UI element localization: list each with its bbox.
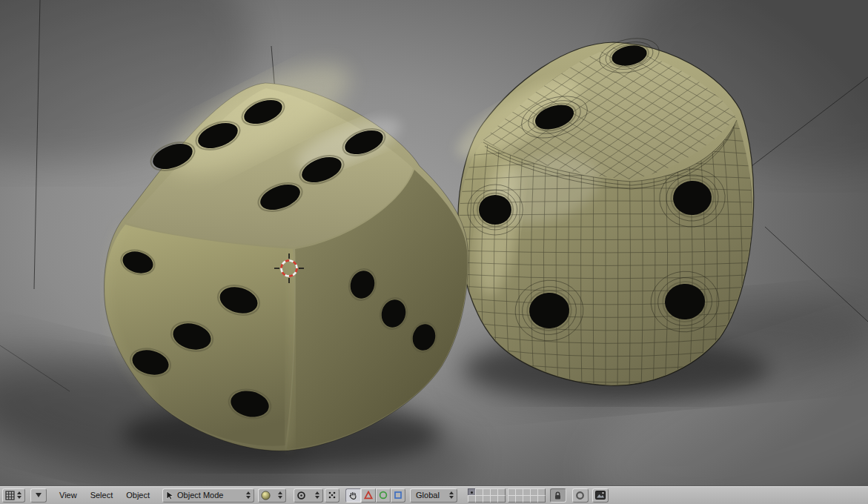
menu-view[interactable]: View bbox=[53, 491, 84, 500]
manipulator-translate-button[interactable] bbox=[361, 488, 376, 503]
draw-type-sphere-icon bbox=[261, 491, 271, 500]
draw-type-dropdown[interactable] bbox=[258, 488, 286, 503]
editor-type-spinner bbox=[17, 491, 21, 499]
ring-icon bbox=[575, 491, 585, 500]
orientation-dropdown-value: Global bbox=[413, 491, 443, 500]
layer-group-2 bbox=[508, 488, 545, 502]
manipulator-hand-icon bbox=[348, 491, 358, 500]
ring-button[interactable] bbox=[572, 488, 589, 503]
menu-object[interactable]: Object bbox=[119, 491, 156, 500]
viewport-3d[interactable] bbox=[0, 0, 868, 485]
render-image-icon bbox=[595, 491, 606, 500]
mode-dropdown[interactable]: Object Mode bbox=[162, 488, 254, 503]
draw-type-spinner bbox=[278, 491, 282, 499]
orientation-dropdown-spinner bbox=[449, 491, 454, 499]
pivot-dropdown-spinner bbox=[315, 491, 319, 499]
move-centers-button[interactable] bbox=[325, 488, 339, 503]
pivot-point-icon bbox=[296, 491, 306, 500]
lock-icon bbox=[553, 491, 563, 500]
orientation-dropdown[interactable]: Global bbox=[410, 488, 457, 503]
editor-type-grid-icon bbox=[5, 491, 15, 500]
lock-layers-button[interactable] bbox=[550, 488, 566, 503]
manipulator-scale-icon bbox=[394, 491, 402, 500]
menu-collapse-icon bbox=[36, 493, 42, 497]
manipulator-rotate-icon bbox=[379, 491, 388, 500]
pivot-dropdown[interactable] bbox=[294, 488, 323, 503]
manipulator-translate-icon bbox=[364, 491, 373, 500]
layer-button-20[interactable] bbox=[537, 495, 546, 503]
editor-type-button[interactable] bbox=[2, 488, 25, 503]
move-centers-icon bbox=[328, 491, 337, 500]
layer-buttons bbox=[468, 488, 545, 502]
viewport-header: View Select Object Object Mode bbox=[0, 485, 868, 504]
manipulator-toggle-button[interactable] bbox=[345, 488, 361, 503]
blender-window: View Select Object Object Mode bbox=[0, 0, 868, 504]
layer-button-15[interactable] bbox=[497, 495, 506, 503]
mode-dropdown-value: Object Mode bbox=[174, 491, 226, 500]
layer-group-1 bbox=[468, 488, 505, 502]
object-mode-icon bbox=[165, 491, 174, 500]
render-window-button[interactable] bbox=[592, 488, 609, 503]
menu-select[interactable]: Select bbox=[84, 491, 120, 500]
manipulator-scale-button[interactable] bbox=[391, 488, 405, 503]
manipulator-rotate-button[interactable] bbox=[376, 488, 391, 503]
mode-dropdown-spinner bbox=[246, 491, 251, 499]
header-menus-collapse-button[interactable] bbox=[30, 488, 47, 503]
